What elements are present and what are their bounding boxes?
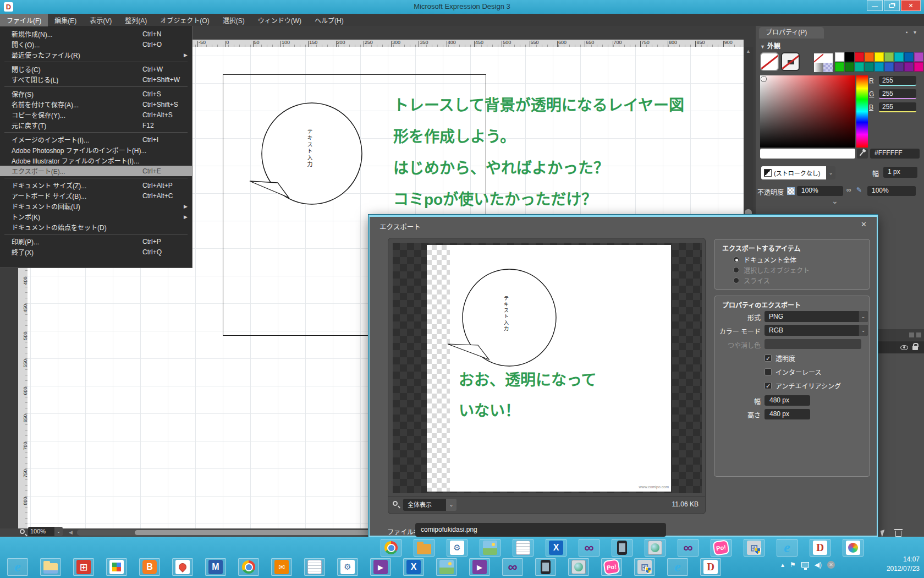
zoom-level-dropdown[interactable]: 100%: [28, 527, 54, 536]
export-preview-area[interactable]: テキスト入力 おお、透明になっていない！ www.comipo.com: [393, 243, 702, 493]
menu-item[interactable]: 名前を付けて保存(A)...Ctrl+Shift+S: [0, 99, 192, 110]
menu-item[interactable]: 終了(X)Ctrl+Q: [0, 247, 192, 257]
layers-panel-header[interactable]: [877, 329, 924, 341]
ie-icon[interactable]: e: [7, 558, 28, 576]
po-icon[interactable]: Po!: [711, 539, 732, 557]
radio-option-2[interactable]: スライス: [733, 276, 770, 285]
palette-swatch[interactable]: [894, 52, 904, 62]
gears-icon[interactable]: ⚙: [337, 558, 358, 576]
link-opacity-icon[interactable]: ∞: [846, 186, 851, 194]
color-picker-ring[interactable]: [761, 77, 766, 81]
no-color-swatch[interactable]: [814, 53, 823, 63]
menubar-item-6[interactable]: ウィンドウ(W): [251, 14, 308, 26]
title-bar[interactable]: D Microsoft Expression Design 3 — ✕: [0, 0, 924, 14]
menu-item[interactable]: 最近使ったファイル(R)▶: [0, 50, 192, 60]
blogger-icon[interactable]: B: [139, 558, 160, 576]
xblue-icon[interactable]: X: [403, 558, 424, 576]
menubar-item-3[interactable]: 整列(A): [118, 14, 153, 26]
notepad-icon[interactable]: [513, 539, 534, 557]
menu-item[interactable]: 開く(O)...Ctrl+O: [0, 39, 192, 50]
media-icon[interactable]: ▶: [469, 558, 490, 576]
scroll-left-icon[interactable]: ◀: [69, 530, 73, 535]
canvas-text-object[interactable]: トレースして背景が透明になるレイヤー図形を作成しよう。はじめから、やればよかった…: [393, 90, 684, 215]
palette-swatch[interactable]: [845, 52, 854, 62]
uac-icon[interactable]: ⊞: [634, 558, 655, 576]
ie-icon[interactable]: e: [777, 539, 798, 557]
palette-swatch[interactable]: [845, 62, 854, 72]
color-mode-dropdown[interactable]: RGB⌄: [765, 325, 868, 336]
scroll-up-icon[interactable]: ▲: [746, 48, 751, 54]
view-mode-dropdown-arrow-icon[interactable]: ⌄: [446, 499, 457, 511]
menu-item[interactable]: トンボ(K)▶: [0, 211, 192, 222]
menu-item[interactable]: アートボード サイズ(B)...Ctrl+Alt+C: [0, 190, 192, 201]
xblue-icon[interactable]: X: [546, 539, 566, 557]
radio-option-1[interactable]: 選択したオブジェクト: [733, 265, 810, 275]
visualstudio-icon[interactable]: ∞: [579, 539, 600, 557]
dropdown-arrow-icon[interactable]: ⌄: [858, 325, 868, 336]
media-icon[interactable]: ▶: [370, 558, 391, 576]
hex-color-field[interactable]: #FFFFFF: [870, 149, 920, 159]
folder-icon[interactable]: [414, 539, 435, 557]
fill-opacity-field[interactable]: 100%: [797, 186, 843, 196]
color-field[interactable]: [760, 75, 855, 148]
delete-layer-icon[interactable]: [895, 531, 901, 537]
ie-icon[interactable]: e: [667, 558, 688, 576]
dialog-close-icon[interactable]: ✕: [861, 220, 867, 228]
filename-field[interactable]: comipofukidasi.png: [415, 523, 666, 537]
tab-properties[interactable]: プロパティ(P): [759, 27, 824, 39]
palette-swatch[interactable]: [914, 62, 923, 72]
menu-item[interactable]: コピーを保存(Y)...Ctrl+Alt+S: [0, 110, 192, 120]
radio-option-0[interactable]: ドキュメント全体: [733, 255, 796, 264]
phone-icon[interactable]: [612, 539, 632, 557]
mail-icon[interactable]: ✉: [271, 558, 292, 576]
uac-icon[interactable]: ⊞: [744, 539, 765, 557]
ime-disabled-icon[interactable]: ✕: [827, 561, 835, 569]
layer-lock-icon[interactable]: [912, 346, 918, 350]
checkbox-0[interactable]: ✓透明度: [765, 353, 795, 363]
menu-item[interactable]: Adobe Photoshop ファイルのインポート(H)...: [0, 145, 192, 155]
palette-swatch[interactable]: [884, 62, 894, 72]
dropdown-arrow-icon[interactable]: ⌄: [858, 311, 868, 322]
palette-icon[interactable]: [843, 539, 864, 557]
zoom-dropdown-arrow-icon[interactable]: ⌄: [54, 527, 63, 536]
menu-item[interactable]: 元に戻す(T)F12: [0, 120, 192, 130]
pattern-swatch[interactable]: [823, 63, 833, 72]
restore-button[interactable]: [884, 0, 900, 11]
export-width-field[interactable]: 480 px: [765, 395, 810, 406]
menubar-item-2[interactable]: 表示(V): [83, 14, 118, 26]
menu-item[interactable]: エクスポート(E)...Ctrl+E: [0, 166, 192, 176]
po-icon[interactable]: Po!: [601, 558, 622, 576]
eyedropper-button[interactable]: [857, 149, 868, 159]
globe-icon[interactable]: [568, 558, 589, 576]
close-button[interactable]: ✕: [901, 0, 921, 11]
palette-swatch[interactable]: [835, 62, 844, 72]
panel-option-icon[interactable]: [916, 332, 921, 337]
checkbox-1[interactable]: インターレース: [765, 367, 821, 377]
palette-swatch[interactable]: [855, 52, 864, 62]
phone-icon[interactable]: [535, 558, 556, 576]
stroke-style-dropdown[interactable]: (ストロークなし): [761, 166, 826, 179]
palette-swatch[interactable]: [835, 52, 844, 62]
bubble-placeholder-text[interactable]: テキスト入力: [305, 128, 314, 183]
menubar-item-5[interactable]: 選択(S): [216, 14, 251, 26]
format-dropdown[interactable]: PNG⌄: [765, 311, 868, 322]
palette-swatch[interactable]: [884, 52, 894, 62]
menu-item[interactable]: ドキュメントの回転(U)▶: [0, 201, 192, 211]
b-value-field[interactable]: 255: [879, 102, 916, 112]
photos-icon[interactable]: [436, 558, 457, 576]
palette-swatch[interactable]: [894, 62, 904, 72]
notepad-icon[interactable]: [304, 558, 325, 576]
menu-item[interactable]: 保存(S)Ctrl+S: [0, 89, 192, 99]
menu-item[interactable]: イメージのインポート(I)...Ctrl+I: [0, 134, 192, 145]
palette-swatch[interactable]: [855, 62, 864, 72]
globe-icon[interactable]: [645, 539, 666, 557]
gears-icon[interactable]: ⚙: [447, 539, 468, 557]
menu-item[interactable]: ドキュメントの始点をセット(D): [0, 222, 192, 232]
google-icon[interactable]: [106, 558, 127, 576]
visualstudio-icon[interactable]: ∞: [502, 558, 523, 576]
volume-icon[interactable]: ◀): [815, 561, 822, 569]
menubar-item-4[interactable]: オブジェクト(O): [153, 14, 216, 26]
visualstudio-icon[interactable]: ∞: [678, 539, 698, 557]
view-mode-dropdown[interactable]: 全体表示: [403, 499, 446, 511]
design-icon[interactable]: D: [700, 558, 721, 576]
